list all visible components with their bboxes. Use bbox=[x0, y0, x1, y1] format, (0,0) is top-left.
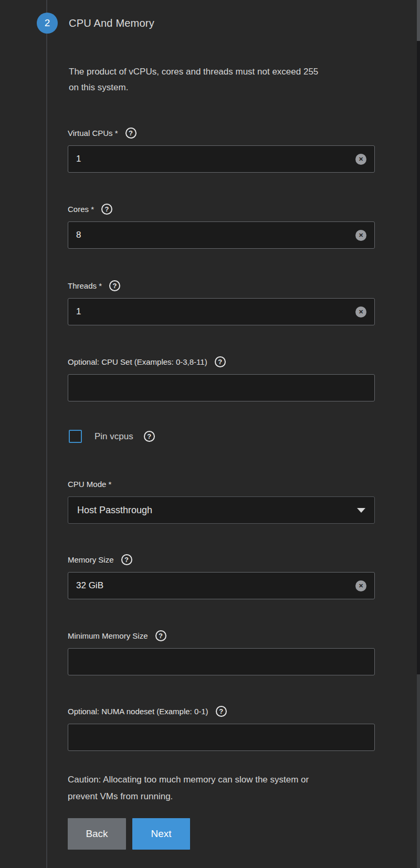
form-description-line1: The product of vCPUs, cores and threads … bbox=[69, 64, 376, 80]
pin-vcpus-label[interactable]: Pin vcpus bbox=[94, 431, 133, 442]
caution-line2: prevent VMs from running. bbox=[68, 788, 383, 805]
form-description: The product of vCPUs, cores and threads … bbox=[69, 64, 376, 96]
minimum-memory-size-input[interactable] bbox=[68, 648, 375, 675]
threads-label: Threads * bbox=[68, 281, 102, 290]
cpu-mode-label: CPU Mode * bbox=[68, 480, 111, 489]
memory-size-label: Memory Size bbox=[68, 555, 114, 564]
step-number: 2 bbox=[45, 17, 50, 29]
caret-down-icon bbox=[357, 508, 365, 513]
numa-nodeset-input[interactable] bbox=[68, 724, 375, 751]
wizard-step-connector-line bbox=[46, 0, 47, 868]
field-group-cpu-mode: CPU Mode * Host Passthrough bbox=[68, 477, 375, 524]
page-title: CPU And Memory bbox=[69, 13, 154, 34]
threads-value: 1 bbox=[76, 306, 355, 317]
help-icon[interactable]: ? bbox=[125, 128, 136, 139]
cpu-set-label: Optional: CPU Set (Examples: 0-3,8-11) bbox=[68, 357, 207, 366]
clear-icon[interactable]: ✕ bbox=[355, 154, 366, 165]
help-icon[interactable]: ? bbox=[215, 356, 226, 367]
clear-icon[interactable]: ✕ bbox=[355, 230, 366, 241]
caution-text: Caution: Allocating too much memory can … bbox=[68, 771, 383, 805]
virtual-cpus-input[interactable]: 1 ✕ bbox=[68, 145, 375, 173]
field-group-cpu-set: Optional: CPU Set (Examples: 0-3,8-11) ? bbox=[68, 355, 375, 401]
field-group-virtual-cpus: Virtual CPUs * ? 1 ✕ bbox=[68, 126, 375, 173]
scrollbar-thumb[interactable] bbox=[417, 0, 420, 41]
form-description-line2: on this system. bbox=[69, 80, 376, 96]
field-group-numa-nodeset: Optional: NUMA nodeset (Example: 0-1) ? bbox=[68, 704, 375, 751]
help-icon[interactable]: ? bbox=[155, 630, 166, 641]
step-number-badge: 2 bbox=[37, 13, 58, 34]
cores-label: Cores * bbox=[68, 205, 94, 214]
field-group-minimum-memory-size: Minimum Memory Size ? bbox=[68, 629, 375, 675]
memory-size-value: 32 GiB bbox=[76, 580, 355, 591]
cpu-set-input[interactable] bbox=[68, 374, 375, 401]
help-icon[interactable]: ? bbox=[216, 706, 227, 717]
cores-value: 8 bbox=[76, 230, 355, 240]
minimum-memory-size-label: Minimum Memory Size bbox=[68, 631, 148, 640]
help-icon[interactable]: ? bbox=[121, 554, 132, 565]
caution-line1: Caution: Allocating too much memory can … bbox=[68, 771, 383, 788]
pin-vcpus-checkbox[interactable] bbox=[69, 430, 82, 443]
help-icon[interactable]: ? bbox=[109, 280, 120, 291]
field-group-memory-size: Memory Size ? 32 GiB ✕ bbox=[68, 553, 375, 599]
field-group-threads: Threads * ? 1 ✕ bbox=[68, 279, 375, 325]
pin-vcpus-row: Pin vcpus ? bbox=[69, 430, 155, 443]
cpu-mode-select[interactable]: Host Passthrough bbox=[68, 496, 375, 524]
scrollbar-lower-region[interactable] bbox=[417, 674, 420, 868]
help-icon[interactable]: ? bbox=[101, 204, 112, 215]
virtual-cpus-label: Virtual CPUs * bbox=[68, 129, 118, 137]
virtual-cpus-value: 1 bbox=[76, 154, 355, 164]
help-icon[interactable]: ? bbox=[144, 431, 155, 442]
numa-nodeset-label: Optional: NUMA nodeset (Example: 0-1) bbox=[68, 707, 208, 716]
clear-icon[interactable]: ✕ bbox=[355, 580, 366, 591]
back-button[interactable]: Back bbox=[68, 818, 126, 850]
field-group-cores: Cores * ? 8 ✕ bbox=[68, 202, 375, 249]
clear-icon[interactable]: ✕ bbox=[355, 306, 366, 317]
cores-input[interactable]: 8 ✕ bbox=[68, 221, 375, 249]
next-button[interactable]: Next bbox=[132, 818, 190, 850]
cpu-mode-value: Host Passthrough bbox=[77, 505, 357, 516]
memory-size-input[interactable]: 32 GiB ✕ bbox=[68, 572, 375, 599]
threads-input[interactable]: 1 ✕ bbox=[68, 298, 375, 325]
